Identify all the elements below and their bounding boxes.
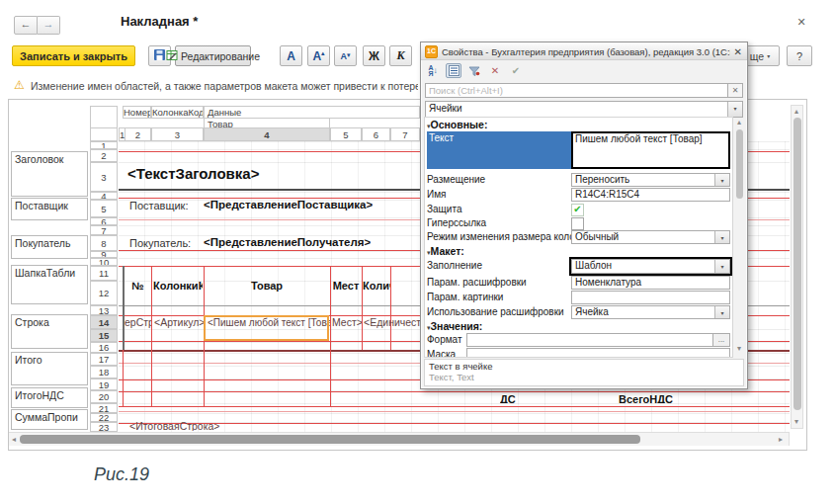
row-number-cell[interactable]: 5 — [90, 200, 118, 217]
selected-cell-frame[interactable] — [204, 315, 329, 341]
col-resize-label[interactable]: Режим изменения размера колонки — [427, 230, 571, 244]
table-header-qty[interactable]: Колич — [363, 266, 390, 305]
panel-scroll-up-icon[interactable]: ▴ — [737, 119, 741, 126]
scroll-right-icon[interactable]: ▸ — [779, 436, 783, 444]
table-header-places[interactable]: Мест — [330, 266, 362, 305]
category-select[interactable]: Ячейки ▾ — [425, 101, 743, 118]
table-header-item[interactable]: Товар — [204, 266, 330, 305]
name-input[interactable]: R14C4:R15C4 — [571, 188, 730, 202]
row-number-cell[interactable]: 13 — [90, 305, 118, 315]
format-input[interactable] — [466, 333, 713, 347]
cancel-icon[interactable]: ✕ — [487, 63, 503, 78]
help-button[interactable]: ? — [787, 45, 812, 66]
format-more-button[interactable]: ... — [713, 333, 730, 347]
scroll-down-icon[interactable]: ▾ — [794, 418, 798, 426]
section-main[interactable]: ▾Основные: — [427, 119, 730, 130]
cell-buyer-value[interactable]: <ПредставлениеПолучателя> — [204, 236, 371, 248]
apply-icon[interactable]: ✔ — [508, 63, 524, 78]
row-number-cell[interactable]: 2 — [90, 149, 118, 162]
row-number-cell[interactable]: 3 — [90, 162, 118, 192]
row-number-cell[interactable]: 15 — [90, 329, 118, 342]
row-number-cell[interactable]: 12 — [90, 281, 118, 305]
fill-label[interactable]: Заполнение — [427, 259, 571, 274]
sort-alphabetical-icon[interactable]: АЯ↓ — [425, 63, 441, 78]
row-number-cell[interactable]: 18 — [90, 366, 118, 378]
row-number-cell[interactable]: 21 — [90, 403, 118, 413]
section-layout[interactable]: ▾Макет: — [427, 245, 730, 257]
cell-total-row-template[interactable]: <ИтоговаяСтрока> — [129, 420, 220, 431]
row-number-cell[interactable]: 8 — [90, 235, 118, 251]
text-property-input[interactable]: Пишем любой текст [Товар] — [571, 131, 730, 169]
section-values[interactable]: ▾Значения: — [427, 320, 730, 332]
row-number-cell[interactable]: 19 — [90, 378, 118, 390]
scroll-left-icon[interactable]: ◂ — [12, 436, 16, 444]
col-resize-select[interactable]: Обычный▾ — [571, 230, 730, 244]
search-clear-icon[interactable]: ✕ — [728, 83, 743, 98]
mask-input[interactable] — [466, 348, 730, 358]
cell-buyer-label[interactable]: Покупатель: — [129, 237, 191, 249]
row-number-cell[interactable]: 1 — [90, 141, 118, 149]
placement-label[interactable]: Размещение — [427, 173, 571, 187]
panel-scroll-thumb[interactable] — [736, 129, 743, 199]
cell-artikul-template[interactable]: <Артикул> — [154, 316, 204, 328]
hyperlink-checkbox[interactable] — [571, 217, 584, 230]
protection-label[interactable]: Защита — [427, 203, 571, 215]
horizontal-scroll-thumb[interactable] — [20, 435, 640, 444]
mask-label[interactable]: Маска — [427, 348, 466, 358]
picture-param-input[interactable] — [571, 291, 730, 304]
row-number-cell[interactable]: 14 — [90, 315, 118, 329]
cell-supplier-label[interactable]: Поставщик: — [129, 200, 188, 211]
row-number-cell[interactable]: 23 — [90, 422, 118, 432]
font-decrease-button[interactable]: А▾ — [334, 45, 357, 66]
vertical-scroll-thumb[interactable] — [793, 118, 801, 410]
detail-use-select[interactable]: Ячейка▾ — [571, 305, 730, 319]
row-number-cell[interactable]: 11 — [90, 266, 118, 281]
row-number-cell[interactable]: 20 — [90, 390, 118, 403]
table-header-code[interactable]: КолонкиКо — [153, 266, 203, 305]
properties-close-icon[interactable]: ✕ — [734, 46, 742, 57]
forward-button[interactable]: → — [38, 16, 60, 35]
horizontal-scrollbar[interactable]: ◂ ▸ — [9, 432, 790, 446]
row-number-cell[interactable]: 9 — [90, 251, 118, 258]
italic-button[interactable]: К — [389, 45, 412, 66]
property-row-name: Имя R14C4:R15C4 — [427, 188, 730, 202]
picture-param-label[interactable]: Парам. картинки — [427, 291, 571, 304]
properties-title-bar[interactable]: 1С Свойства - Бухгалтерия предприятия (б… — [421, 42, 747, 60]
panel-scroll-down-icon[interactable]: ▾ — [737, 345, 741, 353]
detail-param-label[interactable]: Парам. расшифровки — [427, 276, 571, 290]
detail-param-input[interactable]: Номенклатура — [571, 276, 730, 290]
cell-supplier-value[interactable]: <ПредставлениеПоставщика> — [204, 199, 373, 210]
scroll-up-icon[interactable]: ▴ — [794, 108, 798, 116]
row-number-cell[interactable]: 16 — [90, 342, 118, 353]
bold-button[interactable]: Ж — [363, 45, 385, 66]
save-and-close-button[interactable]: Записать и закрыть — [12, 45, 135, 66]
edit-mode-button[interactable]: Редактирование — [175, 45, 251, 66]
category-view-icon[interactable] — [446, 63, 461, 78]
filter-icon[interactable] — [466, 63, 482, 78]
placement-select[interactable]: Переносить▾ — [571, 173, 730, 187]
table-header-num[interactable]: № — [125, 266, 151, 305]
row-number-cell[interactable]: 4 — [90, 192, 118, 200]
close-icon[interactable]: ✕ — [793, 16, 809, 28]
cell-qty-template[interactable]: <Единичество — [364, 316, 420, 328]
cell-places-template[interactable]: Мест> — [332, 316, 362, 328]
hyperlink-label[interactable]: Гиперссылка — [427, 216, 571, 229]
vertical-scrollbar[interactable]: ▴ ▾ — [791, 105, 803, 429]
font-color-button[interactable]: А — [280, 45, 302, 66]
row-number-cell[interactable]: 6 — [90, 217, 118, 225]
cell-row-number-template[interactable]: ерСтр — [125, 316, 151, 328]
search-input[interactable] — [425, 83, 728, 98]
detail-use-label[interactable]: Использование расшифровки — [427, 305, 571, 319]
fill-select[interactable]: Шаблон▾ — [571, 259, 730, 274]
row-number-cell[interactable]: 7 — [90, 225, 118, 235]
back-button[interactable]: ← — [14, 16, 38, 35]
name-label[interactable]: Имя — [427, 188, 571, 202]
text-property-label[interactable]: Текст — [427, 131, 571, 169]
row-number-cell[interactable]: 17 — [90, 353, 118, 366]
font-increase-button[interactable]: А▴ — [307, 45, 330, 66]
format-label[interactable]: Формат — [427, 333, 466, 347]
cell-template-title[interactable]: <ТекстЗаголовка> — [127, 165, 384, 182]
row-number-cell[interactable]: 10 — [90, 258, 118, 266]
row-number-cell[interactable]: 22 — [90, 413, 118, 422]
protection-checkbox[interactable]: ✔ — [571, 204, 584, 216]
